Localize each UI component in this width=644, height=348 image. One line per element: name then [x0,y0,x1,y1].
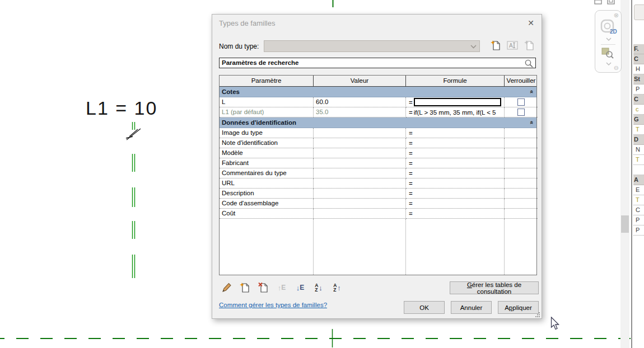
formula-cell[interactable]: = [406,168,505,178]
param-name-cell[interactable]: Note d'identification [220,138,314,148]
value-cell[interactable] [314,199,406,209]
properties-value-row[interactable]: c [633,105,644,115]
lock-cell[interactable] [505,189,538,199]
section-collapse-chevron-icon[interactable]: « [529,87,535,96]
param-name-cell[interactable]: URL [220,178,314,189]
move-parameter-down-icon[interactable]: ↓E [294,281,306,294]
properties-section-row[interactable]: A [633,175,644,185]
move-parameter-up-icon[interactable]: ↑E [276,281,288,294]
section-collapse-chevron-icon[interactable]: « [529,118,535,127]
formula-cell[interactable]: = [406,97,505,107]
param-name-cell[interactable]: L1 (par défaut) [220,107,314,117]
formula-cell[interactable]: = if(L > 35 mm, 35 mm, if(L < 5 [406,107,505,117]
lock-cell[interactable] [505,107,538,117]
properties-value-row[interactable]: T [633,195,644,205]
properties-section-row[interactable]: C [633,95,644,105]
rename-type-button[interactable]: A [507,40,518,51]
param-name-cell[interactable]: Code d'assemblage [220,199,314,209]
properties-value-row[interactable]: N [633,145,644,155]
value-cell[interactable] [314,178,406,189]
param-name-cell[interactable]: Commentaires du type [220,168,314,178]
zoom-options-chevron-icon[interactable] [606,62,612,65]
dialog-close-icon[interactable]: ✕ [526,18,536,28]
formula-cell[interactable]: = [406,128,505,138]
sort-ascending-icon[interactable]: AZ ↓ [312,281,325,294]
properties-section-row[interactable]: C [633,54,644,64]
properties-value-row[interactable]: T [633,155,644,165]
lock-cell[interactable] [505,128,538,138]
formula-input-focused[interactable] [414,98,501,106]
properties-value-row[interactable] [633,165,644,175]
properties-value-row[interactable]: P [633,84,644,95]
properties-value-row[interactable]: P [633,215,644,225]
formula-cell[interactable]: = [406,178,505,189]
ok-button[interactable]: OK [404,301,445,314]
vertical-scrollbar-track[interactable] [620,0,629,348]
resize-grip[interactable] [535,312,540,317]
param-name-cell[interactable]: Image du type [220,128,314,138]
window-cascade-icon[interactable] [607,0,615,5]
param-name-cell[interactable]: L [220,97,314,107]
lock-cell[interactable] [505,158,538,168]
edit-parameter-pencil-icon[interactable] [220,281,232,294]
value-cell[interactable] [314,189,406,199]
param-name-cell[interactable]: Modèle [220,148,314,158]
value-cell[interactable] [314,148,406,158]
wheel-options-chevron-icon[interactable] [606,37,612,41]
param-name-cell[interactable]: Fabricant [220,158,314,168]
param-name-cell[interactable]: Description [220,189,314,199]
formula-cell[interactable]: = [406,138,505,148]
new-parameter-icon[interactable] [239,281,251,294]
formula-cell[interactable]: = [406,199,505,209]
column-header-formule[interactable]: Formule [406,76,505,86]
lock-cell[interactable] [505,168,538,178]
how-to-manage-types-link[interactable]: Comment gérer les types de familles? [219,302,327,308]
vertical-scrollbar-thumb[interactable] [621,215,629,233]
apply-button[interactable]: Appliquer [498,301,539,314]
value-cell[interactable] [314,209,406,219]
window-tile-icon[interactable] [594,0,603,5]
sort-descending-icon[interactable]: AZ ↑ [331,281,343,294]
value-cell[interactable] [314,168,406,178]
properties-value-row[interactable]: P [633,225,644,236]
search-parameters-input[interactable]: Paramètres de recherche [219,58,536,68]
formula-cell[interactable]: = [406,158,505,168]
lock-cell[interactable] [505,138,538,148]
lock-cell[interactable] [505,178,538,189]
lock-cell[interactable] [505,148,538,158]
properties-value-row[interactable]: C [633,205,644,215]
properties-section-row[interactable]: F. [633,44,644,54]
navbar-close-icon[interactable]: ⊗ [614,12,619,19]
lock-cell[interactable] [505,199,538,209]
column-header-parametre[interactable]: Paramètre [220,76,314,86]
formula-cell[interactable]: = [406,209,505,219]
navbar-collapse-icon[interactable]: ⊖ [614,64,619,72]
lock-checkbox[interactable] [517,109,525,116]
properties-value-row[interactable]: H [633,64,644,74]
lock-checkbox[interactable] [517,98,525,106]
properties-value-row[interactable]: T [633,125,644,135]
cancel-button[interactable]: Annuler [451,301,492,314]
properties-section-row[interactable]: St [633,74,644,84]
formula-cell[interactable]: = [406,148,505,158]
column-header-valeur[interactable]: Valeur [314,76,406,86]
value-cell[interactable] [314,128,406,138]
new-type-button[interactable] [490,40,501,51]
manage-lookup-tables-button[interactable]: Gérer les tables de consultation [450,281,539,294]
value-cell[interactable]: 60.0 [314,97,406,107]
column-header-verrouiller[interactable]: Verrouiller [505,76,538,86]
type-name-combobox[interactable] [264,40,480,52]
properties-section-row[interactable]: D [633,135,644,145]
value-cell[interactable] [314,158,406,168]
properties-section-row[interactable]: G [633,115,644,125]
lock-cell[interactable] [505,97,538,107]
value-cell[interactable]: 35.0 [314,107,406,117]
delete-type-button[interactable] [524,40,535,51]
type-selector-cropped[interactable] [634,4,644,20]
delete-parameter-icon[interactable] [257,281,269,294]
properties-value-row[interactable]: E [633,185,644,195]
zoom-region-icon[interactable] [601,48,615,59]
lock-cell[interactable] [505,209,538,219]
formula-cell[interactable]: = [406,189,505,199]
value-cell[interactable] [314,138,406,148]
